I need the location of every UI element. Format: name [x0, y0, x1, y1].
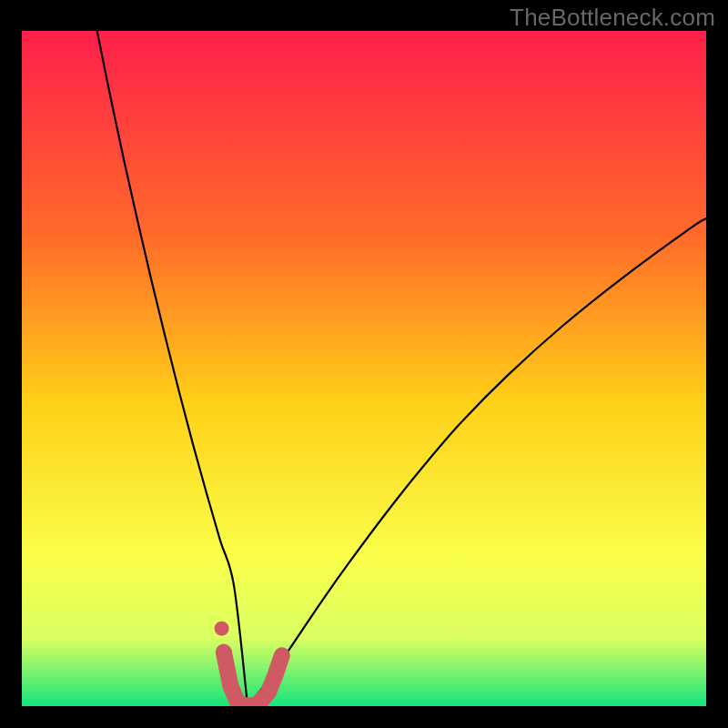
- watermark-label: TheBottleneck.com: [510, 4, 715, 32]
- plot-area: [22, 31, 706, 706]
- bottleneck-plot: [22, 31, 706, 706]
- highlight-dot: [215, 622, 229, 636]
- gradient-background: [22, 31, 706, 706]
- chart-frame: TheBottleneck.com: [0, 0, 728, 728]
